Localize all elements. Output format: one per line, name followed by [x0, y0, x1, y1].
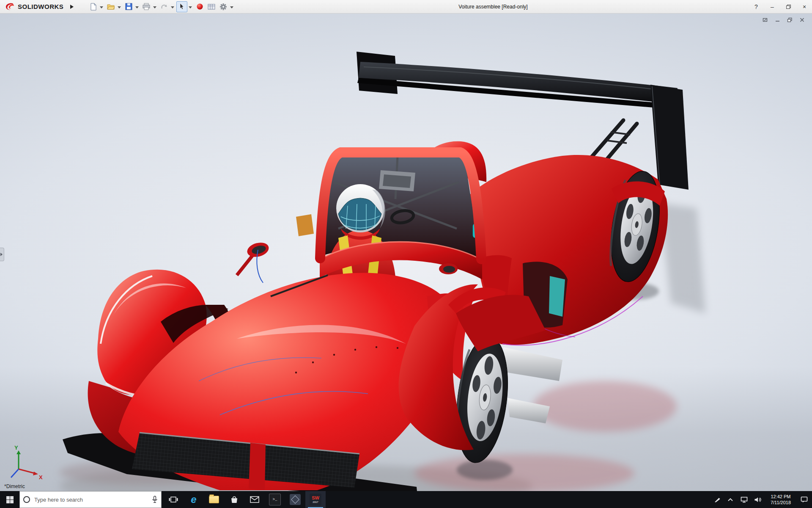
triad-x-label: X — [39, 474, 43, 480]
door-window-glass — [549, 276, 565, 317]
open-button[interactable] — [105, 1, 116, 12]
new-document-button[interactable] — [88, 1, 99, 12]
select-tool-caret[interactable] — [189, 6, 192, 10]
restore-button[interactable] — [784, 3, 793, 10]
doc-restore-button[interactable] — [785, 17, 794, 23]
standard-toolbar — [88, 1, 235, 12]
speaker-icon[interactable] — [754, 491, 761, 508]
doc-close-button[interactable] — [798, 17, 806, 23]
print-icon — [143, 3, 150, 10]
mail-button[interactable] — [244, 491, 265, 508]
new-document-caret[interactable] — [100, 6, 103, 10]
edge-button[interactable]: e — [184, 491, 204, 508]
appearance-sphere-icon — [196, 3, 203, 10]
brand: SOLIDWORKS — [0, 2, 76, 11]
store-button[interactable] — [224, 491, 244, 508]
select-cursor-icon — [179, 3, 185, 10]
appearance-button[interactable] — [194, 1, 205, 12]
file-explorer-button[interactable] — [204, 491, 224, 508]
search-input[interactable] — [33, 496, 148, 503]
cortana-icon — [23, 496, 30, 503]
help-button[interactable]: ? — [752, 3, 760, 10]
grille-pylon — [249, 443, 266, 490]
undo-button[interactable] — [159, 1, 170, 12]
taskbar: e >_ — [0, 491, 812, 508]
undo-icon — [160, 3, 168, 10]
triad-y-label: Y — [14, 444, 18, 451]
save-icon — [125, 3, 132, 10]
options-gear-icon — [219, 3, 227, 11]
edge-icon: e — [191, 494, 196, 505]
system-tray: 12:42 PM 7/11/2018 — [713, 491, 812, 508]
taskbar-search[interactable] — [19, 491, 162, 508]
command-prompt-icon: >_ — [269, 494, 281, 505]
save-caret[interactable] — [135, 6, 139, 10]
document-window-controls — [761, 17, 806, 23]
window-title: Voiture assemblee [Read-only] — [458, 4, 527, 10]
task-view-icon — [169, 496, 178, 503]
titlebar: SOLIDWORKS — [0, 0, 812, 14]
command-prompt-button[interactable]: >_ — [265, 491, 285, 508]
print-button[interactable] — [141, 1, 152, 12]
solidworks-app-button[interactable]: SW 2017 — [305, 491, 326, 508]
tray-chevron-up-icon[interactable] — [727, 491, 734, 508]
orientation-triad: Y X — [11, 444, 43, 480]
display-settings-icon — [208, 3, 215, 10]
options-caret[interactable] — [230, 6, 233, 10]
display-settings-button[interactable] — [206, 1, 217, 12]
windows-logo-icon — [6, 496, 14, 503]
open-icon — [107, 3, 115, 10]
options-button[interactable] — [218, 1, 229, 12]
taskbar-apps: e >_ — [163, 491, 326, 508]
doc-minimize-button[interactable] — [773, 17, 782, 23]
cockpit-orange-panel — [296, 214, 314, 236]
select-tool-button[interactable] — [176, 1, 187, 12]
close-button[interactable]: × — [800, 3, 809, 10]
restore-icon — [786, 5, 791, 9]
store-icon — [230, 495, 239, 504]
task-view-button[interactable] — [163, 491, 184, 508]
solidworks-app-icon: SW 2017 — [310, 494, 321, 505]
open-caret[interactable] — [118, 6, 121, 10]
application-window: SOLIDWORKS — [0, 0, 812, 508]
new-document-icon — [90, 3, 97, 11]
feature-panel-collapsed-tab[interactable] — [0, 248, 4, 261]
model-viewport[interactable]: Y X — [0, 0, 812, 508]
toolbar-flyout-arrow[interactable] — [70, 5, 76, 9]
taskbar-clock[interactable]: 12:42 PM 7/11/2018 — [767, 494, 794, 505]
dassault-logo — [4, 2, 15, 11]
action-center-icon[interactable] — [800, 491, 808, 508]
pen-input-icon[interactable] — [713, 491, 721, 508]
window-controls: ? – × — [752, 0, 809, 13]
save-button[interactable] — [123, 1, 134, 12]
mail-icon — [250, 496, 259, 503]
clock-time: 12:42 PM — [767, 494, 794, 500]
view-orientation-label: *Dimetric — [4, 483, 25, 489]
cockpit — [237, 152, 484, 283]
viewer-app-icon — [290, 494, 301, 505]
chevron-right-icon — [0, 253, 4, 256]
brand-text: SOLIDWORKS — [18, 3, 63, 10]
file-explorer-icon — [209, 496, 219, 503]
minimize-button[interactable]: – — [768, 3, 776, 10]
viewer-app-button[interactable] — [285, 491, 305, 508]
undo-caret[interactable] — [171, 6, 174, 10]
print-caret[interactable] — [153, 6, 156, 10]
microphone-icon[interactable] — [152, 496, 158, 503]
doc-restore-up-button[interactable] — [761, 17, 769, 23]
network-icon[interactable] — [740, 491, 748, 508]
start-button[interactable] — [0, 491, 19, 508]
clock-date: 7/11/2018 — [767, 500, 794, 505]
